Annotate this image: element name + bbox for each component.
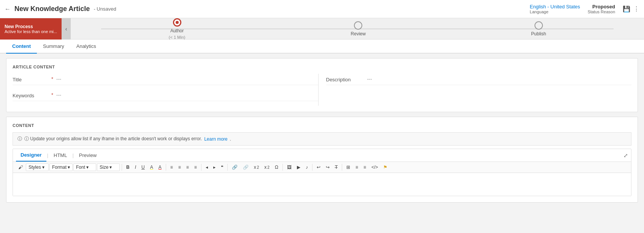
process-bar: New Process Active for less than one mi.…: [0, 18, 644, 40]
more-icon[interactable]: ⋮: [633, 5, 639, 13]
underline-button[interactable]: U: [139, 163, 147, 171]
tab-summary[interactable]: Summary: [37, 40, 70, 54]
status-reason-section: Proposed Status Reason: [588, 4, 615, 14]
bullet-list-button[interactable]: ≡: [353, 163, 360, 171]
collapse-process-button[interactable]: ‹: [62, 18, 71, 40]
size-label: Size: [100, 165, 108, 170]
format-chevron: ▾: [68, 165, 70, 170]
redo-button[interactable]: ↪: [324, 163, 332, 171]
sep-2: [166, 164, 166, 171]
table-button[interactable]: ⊞: [344, 163, 352, 171]
subscript-button[interactable]: x2: [262, 163, 272, 171]
content-card: CONTENT ⓘ ⓘ Update your origins allow li…: [6, 117, 638, 203]
back-button[interactable]: ←: [5, 6, 11, 13]
sep-4: [227, 164, 228, 171]
editor-toolbar: 🖌 Styles ▾ Format ▾ Font ▾ Size ▾: [13, 162, 631, 173]
sep-6: [312, 164, 312, 171]
unlink-button[interactable]: 🔗: [241, 163, 251, 171]
title-value[interactable]: ---: [53, 76, 61, 82]
justify-button[interactable]: ≡: [192, 163, 199, 171]
styles-select[interactable]: Styles ▾: [26, 163, 49, 171]
step-author[interactable]: Author (< 1 Min): [169, 18, 186, 40]
undo-button[interactable]: ↩: [314, 163, 323, 171]
step-author-label: Author: [170, 28, 184, 33]
tab-content[interactable]: Content: [6, 40, 37, 54]
superscript-button[interactable]: x2: [252, 163, 262, 171]
font-select[interactable]: Font ▾: [73, 163, 96, 171]
source-button[interactable]: </>: [369, 163, 380, 171]
description-field-row: Description ---: [326, 74, 632, 85]
title-field-row: Title * ---: [13, 74, 318, 85]
align-center-button[interactable]: ≡: [176, 163, 183, 171]
styles-chevron: ▾: [42, 165, 44, 170]
fontcolor-button[interactable]: A: [156, 163, 164, 171]
article-content-card: ARTICLE CONTENT Title * --- Keywords * -…: [6, 58, 638, 112]
save-icon[interactable]: 💾: [623, 5, 630, 13]
format-label: Format: [52, 165, 67, 170]
description-label: Description: [326, 76, 364, 82]
step-publish[interactable]: Publish: [531, 21, 546, 36]
sep-1: |: [47, 152, 48, 158]
new-process-title: New Process: [5, 24, 57, 29]
image-button[interactable]: 🖼: [285, 163, 294, 171]
blockquote-button[interactable]: ❝: [219, 163, 225, 171]
title-label: Title: [13, 76, 51, 82]
tab-html[interactable]: HTML: [49, 149, 71, 161]
step-review[interactable]: Review: [351, 21, 366, 36]
new-process-button[interactable]: New Process Active for less than one mi.…: [0, 18, 62, 40]
description-value[interactable]: ---: [364, 76, 372, 82]
size-select[interactable]: Size ▾: [97, 163, 120, 171]
font-label: Font: [76, 165, 85, 170]
unsaved-badge: - Unsaved: [94, 6, 116, 12]
align-right-button[interactable]: ≡: [184, 163, 191, 171]
fields-right: Description ---: [318, 74, 632, 106]
status-label: Status Reason: [588, 10, 615, 14]
sep-7: [342, 164, 342, 171]
keywords-label: Keywords: [13, 92, 51, 98]
sep-3: [201, 164, 201, 171]
main-tabs: Content Summary Analytics: [0, 40, 644, 54]
header-icons: 💾 ⋮: [623, 5, 639, 13]
font-chevron: ▾: [86, 165, 89, 170]
language-section: English - United States Language: [530, 4, 580, 14]
italic-button[interactable]: I: [133, 163, 138, 171]
editor-container: Designer | HTML | Preview ⤢ 🖌 Styles ▾ F…: [13, 149, 631, 196]
language-link[interactable]: English - United States: [530, 4, 580, 10]
steps-container: Author (< 1 Min) Review Publish: [71, 18, 644, 40]
sep-2: |: [72, 152, 73, 158]
format-select[interactable]: Format ▾: [49, 163, 73, 171]
editor-area[interactable]: [13, 173, 631, 196]
language-label: Language: [530, 10, 580, 14]
bold-button[interactable]: B: [124, 163, 132, 171]
align-left-button[interactable]: ≡: [168, 163, 175, 171]
article-content-title: ARTICLE CONTENT: [13, 65, 631, 69]
indent-inc-button[interactable]: ▸: [211, 163, 218, 171]
video-button[interactable]: ▶: [295, 163, 303, 171]
clear-format-button[interactable]: T̶: [333, 163, 340, 171]
page-title: New Knowledge Article: [14, 5, 90, 13]
tab-analytics[interactable]: Analytics: [70, 40, 102, 54]
flag-button[interactable]: ⚑: [381, 163, 390, 171]
step-publish-circle: [535, 21, 543, 30]
tab-designer[interactable]: Designer: [16, 149, 46, 162]
learn-more-link[interactable]: Learn more: [204, 136, 227, 142]
main-content: ARTICLE CONTENT Title * --- Keywords * -…: [0, 54, 644, 212]
editor-tabs: Designer | HTML | Preview: [16, 149, 623, 162]
numbered-list-button[interactable]: ≡: [361, 163, 368, 171]
highlight-button[interactable]: A: [148, 163, 155, 171]
paintbrush-button[interactable]: 🖌: [16, 163, 25, 171]
indent-dec-button[interactable]: ◂: [203, 163, 210, 171]
status-value: Proposed: [588, 4, 615, 10]
info-icon: ⓘ: [17, 136, 22, 142]
step-author-sublabel: (< 1 Min): [169, 35, 186, 40]
content-section-title: CONTENT: [13, 123, 631, 128]
expand-icon[interactable]: ⤢: [623, 152, 628, 159]
sep-5: [282, 164, 283, 171]
special-char-button[interactable]: Ω: [273, 163, 281, 171]
tab-preview[interactable]: Preview: [75, 149, 101, 161]
keywords-value[interactable]: ---: [53, 92, 61, 98]
link-button[interactable]: 🔗: [230, 163, 240, 171]
audio-button[interactable]: ♪: [303, 163, 310, 171]
info-period: .: [230, 136, 231, 142]
fields-left: Title * --- Keywords * ---: [13, 74, 318, 106]
